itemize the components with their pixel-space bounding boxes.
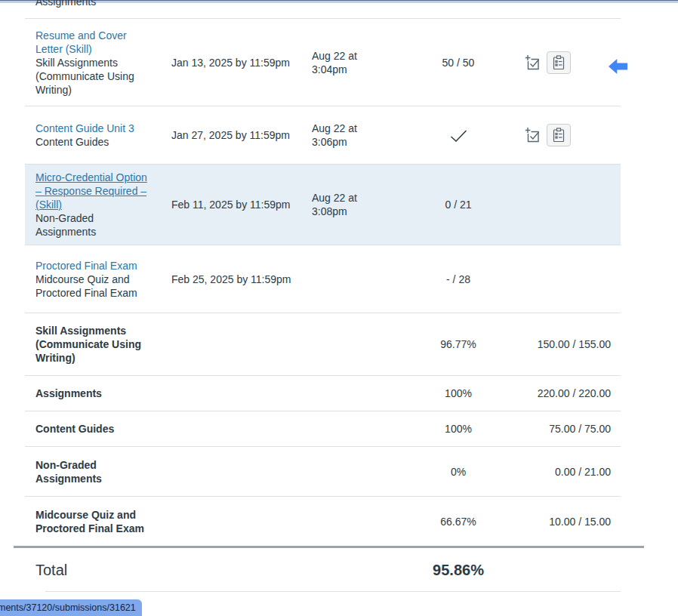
due-date: Jan 13, 2025 by 11:59pm bbox=[171, 56, 312, 69]
total-percent: 95.86% bbox=[387, 563, 529, 577]
group-points: 150.00 / 155.00 bbox=[529, 337, 621, 351]
row-actions bbox=[525, 51, 621, 74]
status-bar-link-preview: ments/37120/submissions/31621 bbox=[0, 599, 142, 616]
total-section: Total 95.86% bbox=[14, 546, 644, 592]
due-date: Feb 25, 2025 by 11:59pm bbox=[171, 273, 312, 286]
group-summary-row: Midcourse Quiz and Proctored Final Exam … bbox=[25, 497, 621, 546]
assignment-group-label: Skill Assignments (Communicate Using Wri… bbox=[35, 56, 149, 97]
group-percent: 100% bbox=[387, 422, 529, 436]
total-underline bbox=[45, 591, 621, 592]
assignment-group-label-cutoff: Assignments bbox=[35, 0, 96, 8]
due-date: Jan 27, 2025 by 11:59pm bbox=[171, 128, 312, 142]
group-name: Content Guides bbox=[25, 422, 157, 436]
table-row: Content Guide Unit 3 Content Guides Jan … bbox=[25, 106, 621, 165]
checkmark-icon bbox=[450, 129, 467, 141]
assignment-link[interactable]: Micro-Credential Option – Response Requi… bbox=[35, 171, 149, 211]
assignment-name-cell: Proctored Final Exam Midcourse Quiz and … bbox=[25, 259, 171, 300]
check-plus-icon[interactable] bbox=[525, 127, 541, 143]
group-name: Non-Graded Assignments bbox=[25, 458, 157, 485]
rubric-clipboard-icon bbox=[552, 55, 566, 70]
group-percent: 96.77% bbox=[387, 337, 529, 351]
group-summary-row: Non-Graded Assignments 0% 0.00 / 21.00 bbox=[25, 447, 621, 497]
assignment-group-label: Content Guides bbox=[35, 135, 149, 149]
grades-table: Assignments Resume and Cover Letter (Ski… bbox=[25, 3, 621, 546]
assignment-group-label: Non-Graded Assignments bbox=[35, 211, 149, 239]
assignment-link[interactable]: Proctored Final Exam bbox=[35, 259, 149, 273]
assignment-name-cell: Micro-Credential Option – Response Requi… bbox=[25, 171, 171, 239]
submitted-date: Aug 22 at 3:04pm bbox=[312, 49, 372, 76]
group-points: 0.00 / 21.00 bbox=[529, 465, 621, 479]
group-summary-row: Content Guides 100% 75.00 / 75.00 bbox=[25, 411, 621, 447]
row-actions bbox=[525, 124, 621, 146]
group-percent: 66.67% bbox=[387, 515, 529, 528]
total-row: Total 95.86% bbox=[14, 548, 644, 591]
score-value: - / 28 bbox=[387, 273, 529, 286]
table-row-cutoff: Assignments bbox=[25, 3, 621, 19]
group-points: 220.00 / 220.00 bbox=[529, 387, 621, 400]
check-plus-icon[interactable] bbox=[525, 54, 541, 71]
group-points: 75.00 / 75.00 bbox=[529, 422, 621, 436]
rubric-clipboard-icon bbox=[552, 128, 566, 143]
group-name: Assignments bbox=[25, 387, 157, 400]
score-value: 0 / 21 bbox=[387, 198, 529, 211]
group-name: Midcourse Quiz and Proctored Final Exam bbox=[25, 508, 157, 535]
total-label: Total bbox=[14, 563, 387, 577]
assignment-name-cell: Content Guide Unit 3 Content Guides bbox=[25, 122, 171, 149]
table-row: Proctored Final Exam Midcourse Quiz and … bbox=[25, 245, 621, 313]
assignment-group-label: Midcourse Quiz and Proctored Final Exam bbox=[35, 273, 149, 300]
assignment-name-cell: Resume and Cover Letter (Skill) Skill As… bbox=[25, 29, 171, 97]
score-complete bbox=[387, 128, 529, 142]
table-row: Resume and Cover Letter (Skill) Skill As… bbox=[25, 19, 621, 106]
group-name: Skill Assignments (Communicate Using Wri… bbox=[25, 324, 157, 365]
group-points: 10.00 / 15.00 bbox=[529, 515, 621, 528]
score-value: 50 / 50 bbox=[387, 56, 529, 69]
due-date: Feb 11, 2025 by 11:59pm bbox=[171, 198, 312, 211]
group-percent: 0% bbox=[387, 465, 529, 479]
assignment-link[interactable]: Content Guide Unit 3 bbox=[35, 122, 149, 135]
submitted-date: Aug 22 at 3:06pm bbox=[312, 122, 372, 149]
group-summary-row: Assignments 100% 220.00 / 220.00 bbox=[25, 376, 621, 411]
table-row-highlighted: Micro-Credential Option – Response Requi… bbox=[25, 165, 621, 245]
submitted-date: Aug 22 at 3:08pm bbox=[312, 191, 372, 218]
rubric-button[interactable] bbox=[547, 51, 571, 74]
group-percent: 100% bbox=[387, 387, 529, 400]
rubric-button[interactable] bbox=[547, 124, 571, 146]
assignment-link[interactable]: Resume and Cover Letter (Skill) bbox=[35, 29, 149, 56]
group-summary-row: Skill Assignments (Communicate Using Wri… bbox=[25, 313, 621, 376]
